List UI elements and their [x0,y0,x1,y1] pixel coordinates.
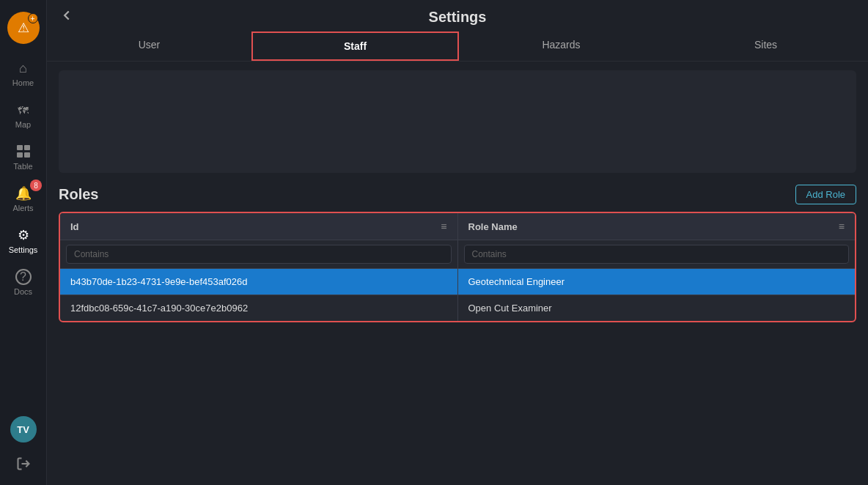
cell-role-0: Geotechnical Engineer [458,269,856,295]
sidebar-item-table[interactable]: Table [0,136,46,178]
cell-id-1: 12fdbc08-659c-41c7-a190-30ce7e2b0962 [60,295,458,321]
sidebar-item-logout[interactable] [0,448,46,479]
page-title: Settings [429,9,487,26]
tabs-bar: User Staff Hazards Sites [47,32,868,62]
sidebar-item-map[interactable]: 🗺 Map [0,95,46,136]
svg-rect-0 [17,145,23,150]
tab-user[interactable]: User [47,32,251,61]
plus-icon: + [28,13,38,23]
sidebar-item-label: Home [12,78,34,87]
add-role-button[interactable]: Add Role [795,185,856,204]
roles-table: Id ≡ Role Name ≡ b43b70de-1b23-47 [59,212,856,322]
filter-input-id[interactable] [66,245,452,264]
column-menu-icon-role[interactable]: ≡ [839,221,845,232]
column-header-role-name: Role Name ≡ [458,213,856,240]
sidebar-item-label: Table [13,162,32,171]
filter-cell-role [458,240,856,268]
roles-title: Roles [59,186,98,203]
logout-icon [15,456,32,472]
sidebar-item-label: Docs [14,287,32,296]
table-header-row: Id ≡ Role Name ≡ [60,213,855,240]
home-icon: ⌂ [15,60,32,76]
sidebar-item-home[interactable]: ⌂ Home [0,53,46,95]
column-header-id: Id ≡ [60,213,458,240]
sidebar-item-settings[interactable]: ⚙ Settings [0,220,46,262]
svg-rect-3 [24,152,30,158]
avatar[interactable]: TV [10,416,37,443]
settings-icon: ⚙ [15,227,32,243]
sidebar-item-label: Alerts [12,204,33,212]
svg-rect-1 [24,145,30,150]
back-button[interactable] [59,7,75,27]
main-content: Settings User Staff Hazards Sites Roles … [47,0,868,485]
filter-input-role[interactable] [464,245,850,264]
svg-rect-2 [17,152,23,158]
tab-hazards[interactable]: Hazards [459,32,663,61]
sidebar-item-label: Settings [9,245,38,254]
tab-sites[interactable]: Sites [663,32,868,61]
docs-icon: ? [15,269,32,285]
table-row[interactable]: 12fdbc08-659c-41c7-a190-30ce7e2b0962 Ope… [60,295,855,321]
column-menu-icon-id[interactable]: ≡ [441,221,446,232]
filter-cell-id [60,240,458,268]
map-icon: 🗺 [15,102,32,118]
tab-staff[interactable]: Staff [251,32,459,61]
alerts-icon: 🔔 [15,185,32,201]
table-icon [15,144,32,160]
alert-icon: ⚠ [18,20,29,36]
cell-id-0: b43b70de-1b23-4731-9e9e-bef453af026d [60,269,458,295]
sidebar: ⚠ + ⌂ Home 🗺 Map Table 🔔 8 Alerts ⚙ Sett… [0,0,47,485]
content-area: Roles Add Role Id ≡ Role Name ≡ [47,62,868,485]
cell-role-1: Open Cut Examiner [458,295,856,321]
sidebar-item-alerts[interactable]: 🔔 8 Alerts [0,178,46,220]
add-alert-button[interactable]: ⚠ + [7,12,40,44]
roles-header: Roles Add Role [59,185,856,204]
sidebar-item-label: Map [15,120,31,129]
alerts-badge: 8 [30,179,42,191]
filter-row [60,240,855,269]
staff-top-section [59,70,856,173]
sidebar-item-docs[interactable]: ? Docs [0,262,46,303]
header: Settings [47,0,868,32]
table-row[interactable]: b43b70de-1b23-4731-9e9e-bef453af026d Geo… [60,269,855,295]
